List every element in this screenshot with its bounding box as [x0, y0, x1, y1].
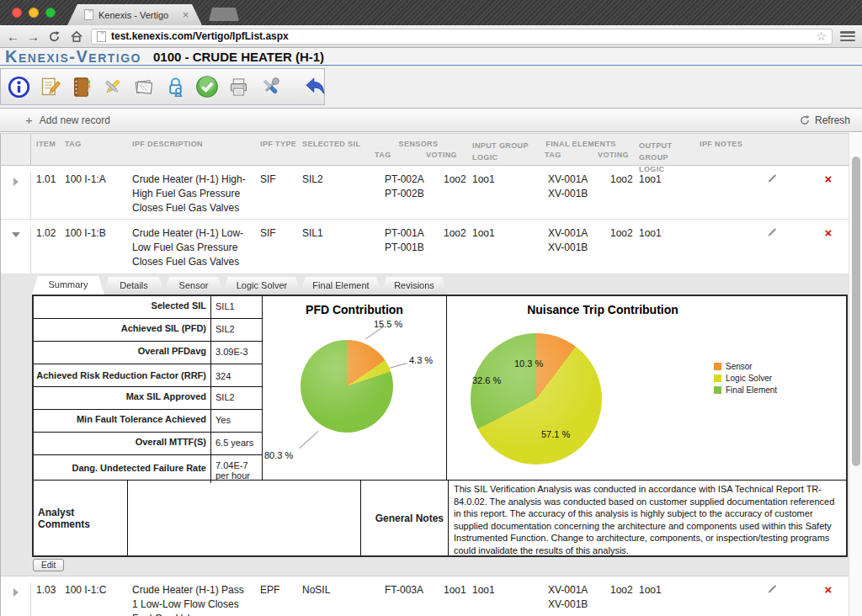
- cell-description: Crude Heater (H-1) Low-Low Fuel Gas Pres…: [132, 226, 260, 273]
- col-final-elements-tag: TAG: [533, 151, 561, 159]
- refresh-label: Refresh: [815, 114, 850, 126]
- cell-selected-sil: SIL2: [302, 173, 368, 219]
- table-row[interactable]: 1.01 100 I-1:A Crude Heater (H-1) High-H…: [1, 166, 849, 220]
- cell-output-group-logic: 1oo1: [637, 173, 700, 219]
- summary-value: 7.04E-7 per hour: [211, 455, 262, 483]
- legend-label: Final Element: [726, 385, 777, 395]
- browser-menu-icon[interactable]: [840, 31, 855, 41]
- col-tag: TAG: [65, 134, 132, 165]
- notes-icon[interactable]: [39, 74, 61, 99]
- summary-label: Achieved Risk Reduction Factor (RRF): [34, 364, 211, 386]
- tools-icon[interactable]: [258, 74, 282, 99]
- cell-sensor-voting: 1oo2: [427, 173, 466, 219]
- design-tools-icon[interactable]: [101, 74, 124, 99]
- col-final-elements-voting: VOTING: [598, 151, 629, 159]
- drawings-icon[interactable]: [132, 74, 156, 99]
- address-bar[interactable]: test.kenexis.com/Vertigo/IpfList.aspx ☆: [91, 29, 833, 45]
- delete-row-button[interactable]: ×: [808, 226, 849, 273]
- app-toolbar: [0, 66, 862, 108]
- row-expander[interactable]: [1, 583, 31, 616]
- col-sensors-tag: TAG: [375, 151, 391, 159]
- list-toolbar: + Add new record Refresh: [0, 108, 862, 132]
- chart-legend: Sensor Logic Solver Final Element: [714, 362, 777, 395]
- refresh-button[interactable]: Refresh: [799, 114, 850, 126]
- new-tab-button[interactable]: [209, 8, 239, 21]
- info-icon[interactable]: [8, 74, 30, 99]
- detail-tabs: Summary Details Sensor Logic Solver Fina…: [32, 276, 849, 295]
- col-input-group-logic: INPUT GROUP LOGIC: [466, 134, 531, 165]
- edit-button[interactable]: Edit: [33, 559, 64, 571]
- cell-sensor-voting: 1oo2: [427, 226, 466, 273]
- security-icon[interactable]: [164, 74, 187, 99]
- tab-summary[interactable]: Summary: [32, 276, 104, 295]
- cell-ipf-notes: [700, 173, 750, 219]
- summary-value: 324: [211, 364, 262, 386]
- delete-row-button[interactable]: ×: [808, 583, 849, 616]
- cell-ipf-notes: [700, 583, 750, 616]
- tab-title: Kenexis - Vertigo: [98, 10, 178, 20]
- browser-tab[interactable]: Kenexis - Vertigo ×: [67, 4, 202, 25]
- forward-button[interactable]: →: [27, 30, 40, 43]
- col-selected-sil: SELECTED SIL: [302, 134, 368, 165]
- reload-button[interactable]: [47, 29, 61, 44]
- bookmark-star-icon[interactable]: ☆: [816, 29, 827, 43]
- vertical-scrollbar[interactable]: [849, 133, 862, 616]
- col-sensors-voting: VOTING: [426, 151, 462, 159]
- cell-item: 1.03: [31, 583, 65, 616]
- tab-details[interactable]: Details: [103, 277, 165, 295]
- table-row[interactable]: 1.02 100 I-1:B Crude Heater (H-1) Low-Lo…: [1, 220, 849, 274]
- browser-toolbar: ← → test.kenexis.com/Vertigo/IpfList.asp…: [0, 25, 862, 48]
- cell-ipf-type: SIF: [260, 173, 302, 219]
- summary-label: Max SIL Approved: [34, 387, 211, 409]
- maximize-window-button[interactable]: [45, 8, 56, 18]
- scrollbar-thumb[interactable]: [852, 157, 860, 466]
- window-controls[interactable]: [12, 8, 56, 18]
- col-ipf-description: IPF DESCRIPTION: [132, 134, 260, 165]
- col-sensors-group: SENSORS TAG VOTING: [368, 134, 466, 165]
- summary-label: Overall MTTF(S): [34, 433, 211, 454]
- delete-row-button[interactable]: ×: [808, 173, 849, 219]
- cell-tag: 100 I-1:C: [65, 583, 132, 616]
- approve-icon[interactable]: [195, 74, 219, 99]
- tab-sensor[interactable]: Sensor: [163, 277, 224, 295]
- analyst-comments-label: Analyst Comments: [34, 481, 128, 555]
- edit-row-button[interactable]: [766, 583, 808, 616]
- pencil-icon: [766, 583, 778, 595]
- add-new-record-button[interactable]: + Add new record: [25, 114, 110, 126]
- undo-icon[interactable]: [302, 74, 327, 99]
- pie-label: 4.3 %: [409, 355, 433, 365]
- edit-row-button[interactable]: [766, 173, 808, 219]
- url-text[interactable]: test.kenexis.com/Vertigo/IpfList.aspx: [111, 30, 811, 42]
- refresh-icon: [799, 114, 811, 126]
- cell-item: 1.01: [31, 173, 65, 219]
- tab-logic-solver[interactable]: Logic Solver: [222, 277, 301, 295]
- cell-sensor-tags: FT-003A: [368, 583, 427, 616]
- contacts-icon[interactable]: [70, 74, 93, 99]
- home-button[interactable]: [69, 29, 83, 44]
- back-button[interactable]: ←: [7, 30, 19, 43]
- legend-swatch-sensor: [714, 363, 721, 370]
- cell-final-element-voting: 1oo2: [600, 583, 637, 616]
- cell-input-group-logic: 1oo1: [466, 583, 531, 616]
- edit-row-button[interactable]: [766, 226, 808, 273]
- delete-x-icon: ×: [825, 172, 833, 186]
- summary-value: Yes: [211, 410, 262, 432]
- print-icon[interactable]: [227, 74, 250, 99]
- minimize-window-button[interactable]: [29, 8, 39, 18]
- summary-value: SIL2: [211, 319, 262, 341]
- summary-label: Selected SIL: [34, 296, 211, 318]
- col-ipf-type: IPF TYPE: [260, 134, 302, 165]
- tab-revisions[interactable]: Revisions: [380, 277, 448, 295]
- row-expander[interactable]: [1, 226, 31, 273]
- pfd-pie: [301, 340, 393, 433]
- tab-close-icon[interactable]: ×: [183, 10, 189, 20]
- summary-label: Achieved SIL (PFD): [34, 319, 211, 341]
- close-window-button[interactable]: [12, 8, 22, 18]
- tab-final-element[interactable]: Final Element: [300, 277, 382, 295]
- cell-final-element-tags: XV-001A XV-001B: [531, 173, 600, 219]
- cell-item: 1.02: [31, 226, 65, 273]
- pie-label: 32.6 %: [472, 375, 501, 385]
- row-expander[interactable]: [1, 173, 31, 219]
- chevron-right-icon: [13, 178, 19, 186]
- table-row[interactable]: 1.03 100 I-1:C Crude Heater (H-1) Pass 1…: [1, 576, 849, 616]
